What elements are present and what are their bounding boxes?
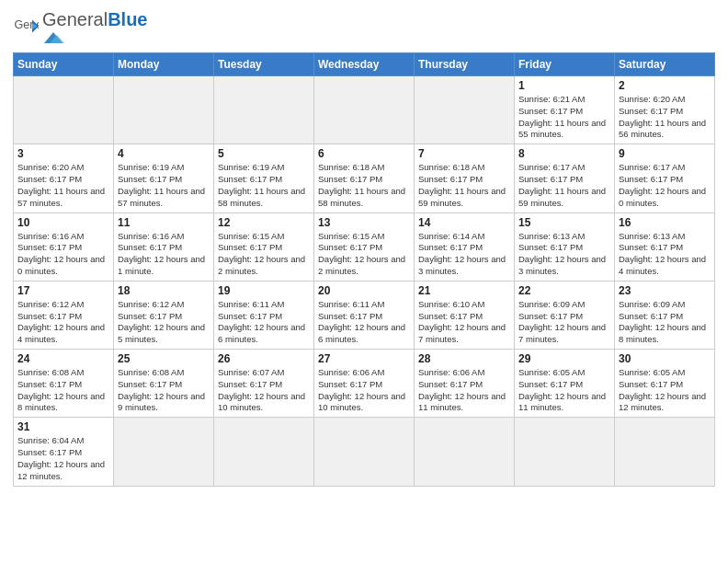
weekday-header-sunday: Sunday [14, 53, 114, 76]
day-number: 24 [17, 352, 109, 365]
day-number: 18 [118, 284, 210, 297]
day-number: 10 [17, 216, 109, 229]
calendar-cell: 19Sunrise: 6:11 AM Sunset: 6:17 PM Dayli… [214, 281, 314, 349]
calendar-cell [314, 418, 415, 486]
day-number: 26 [218, 352, 310, 365]
day-number: 5 [218, 147, 310, 160]
day-info: Sunrise: 6:11 AM Sunset: 6:17 PM Dayligh… [218, 299, 310, 346]
day-info: Sunrise: 6:16 AM Sunset: 6:17 PM Dayligh… [17, 231, 109, 278]
calendar-cell: 7Sunrise: 6:18 AM Sunset: 6:17 PM Daylig… [415, 144, 515, 213]
calendar-cell [415, 418, 515, 486]
calendar-cell: 6Sunrise: 6:18 AM Sunset: 6:17 PM Daylig… [314, 144, 415, 213]
calendar-cell [114, 418, 214, 486]
calendar-cell: 4Sunrise: 6:19 AM Sunset: 6:17 PM Daylig… [114, 144, 214, 213]
calendar-cell: 26Sunrise: 6:07 AM Sunset: 6:17 PM Dayli… [214, 350, 314, 418]
day-number: 30 [619, 352, 711, 365]
day-number: 15 [518, 216, 610, 229]
day-info: Sunrise: 6:08 AM Sunset: 6:17 PM Dayligh… [17, 367, 109, 414]
calendar-week-row: 10Sunrise: 6:16 AM Sunset: 6:17 PM Dayli… [14, 213, 715, 281]
day-number: 4 [118, 147, 210, 160]
day-info: Sunrise: 6:18 AM Sunset: 6:17 PM Dayligh… [318, 162, 410, 209]
calendar-cell: 13Sunrise: 6:15 AM Sunset: 6:17 PM Dayli… [314, 213, 415, 281]
calendar-week-row: 17Sunrise: 6:12 AM Sunset: 6:17 PM Dayli… [14, 281, 715, 349]
calendar-cell: 9Sunrise: 6:17 AM Sunset: 6:17 PM Daylig… [615, 144, 715, 213]
weekday-header-wednesday: Wednesday [314, 53, 415, 76]
day-number: 8 [518, 147, 610, 160]
calendar-cell: 21Sunrise: 6:10 AM Sunset: 6:17 PM Dayli… [415, 281, 515, 349]
day-number: 13 [318, 216, 410, 229]
weekday-header-saturday: Saturday [615, 53, 715, 76]
day-info: Sunrise: 6:05 AM Sunset: 6:17 PM Dayligh… [518, 367, 610, 414]
day-info: Sunrise: 6:05 AM Sunset: 6:17 PM Dayligh… [619, 367, 711, 414]
day-number: 6 [318, 147, 410, 160]
logo: General GeneralBlue [13, 9, 148, 45]
day-info: Sunrise: 6:12 AM Sunset: 6:17 PM Dayligh… [118, 299, 210, 346]
calendar-cell: 11Sunrise: 6:16 AM Sunset: 6:17 PM Dayli… [114, 213, 214, 281]
day-info: Sunrise: 6:09 AM Sunset: 6:17 PM Dayligh… [518, 299, 610, 346]
logo-icon: General [13, 15, 39, 40]
day-info: Sunrise: 6:21 AM Sunset: 6:17 PM Dayligh… [518, 94, 610, 141]
day-info: Sunrise: 6:16 AM Sunset: 6:17 PM Dayligh… [118, 231, 210, 278]
calendar-week-row: 31Sunrise: 6:04 AM Sunset: 6:17 PM Dayli… [14, 418, 715, 486]
day-info: Sunrise: 6:13 AM Sunset: 6:17 PM Dayligh… [518, 231, 610, 278]
weekday-header-row: SundayMondayTuesdayWednesdayThursdayFrid… [14, 53, 715, 76]
calendar-cell [14, 76, 114, 144]
day-number: 21 [418, 284, 510, 297]
calendar-week-row: 24Sunrise: 6:08 AM Sunset: 6:17 PM Dayli… [14, 350, 715, 418]
calendar-cell [214, 76, 314, 144]
calendar-cell: 20Sunrise: 6:11 AM Sunset: 6:17 PM Dayli… [314, 281, 415, 349]
day-number: 2 [619, 79, 711, 92]
calendar-cell: 3Sunrise: 6:20 AM Sunset: 6:17 PM Daylig… [14, 144, 114, 213]
calendar-cell [515, 418, 615, 486]
day-info: Sunrise: 6:13 AM Sunset: 6:17 PM Dayligh… [619, 231, 711, 278]
day-info: Sunrise: 6:17 AM Sunset: 6:17 PM Dayligh… [619, 162, 711, 209]
day-number: 23 [619, 284, 711, 297]
calendar-cell: 22Sunrise: 6:09 AM Sunset: 6:17 PM Dayli… [515, 281, 615, 349]
weekday-header-thursday: Thursday [415, 53, 515, 76]
weekday-header-tuesday: Tuesday [214, 53, 314, 76]
day-number: 17 [17, 284, 109, 297]
calendar-cell: 10Sunrise: 6:16 AM Sunset: 6:17 PM Dayli… [14, 213, 114, 281]
day-number: 9 [619, 147, 711, 160]
day-number: 22 [518, 284, 610, 297]
day-number: 29 [518, 352, 610, 365]
weekday-header-friday: Friday [515, 53, 615, 76]
calendar-cell [214, 418, 314, 486]
calendar-cell: 25Sunrise: 6:08 AM Sunset: 6:17 PM Dayli… [114, 350, 214, 418]
logo-tagline-icon [42, 30, 116, 45]
calendar-cell: 23Sunrise: 6:09 AM Sunset: 6:17 PM Dayli… [615, 281, 715, 349]
day-info: Sunrise: 6:18 AM Sunset: 6:17 PM Dayligh… [418, 162, 510, 209]
calendar-cell: 14Sunrise: 6:14 AM Sunset: 6:17 PM Dayli… [415, 213, 515, 281]
calendar-week-row: 1Sunrise: 6:21 AM Sunset: 6:17 PM Daylig… [14, 76, 715, 144]
calendar-cell: 5Sunrise: 6:19 AM Sunset: 6:17 PM Daylig… [214, 144, 314, 213]
day-number: 14 [418, 216, 510, 229]
day-info: Sunrise: 6:19 AM Sunset: 6:17 PM Dayligh… [218, 162, 310, 209]
calendar-cell: 30Sunrise: 6:05 AM Sunset: 6:17 PM Dayli… [615, 350, 715, 418]
day-info: Sunrise: 6:12 AM Sunset: 6:17 PM Dayligh… [17, 299, 109, 346]
calendar-week-row: 3Sunrise: 6:20 AM Sunset: 6:17 PM Daylig… [14, 144, 715, 213]
calendar-cell: 18Sunrise: 6:12 AM Sunset: 6:17 PM Dayli… [114, 281, 214, 349]
day-info: Sunrise: 6:14 AM Sunset: 6:17 PM Dayligh… [418, 231, 510, 278]
day-number: 16 [619, 216, 711, 229]
day-info: Sunrise: 6:08 AM Sunset: 6:17 PM Dayligh… [118, 367, 210, 414]
day-number: 31 [17, 420, 109, 433]
calendar-cell: 31Sunrise: 6:04 AM Sunset: 6:17 PM Dayli… [14, 418, 114, 486]
day-number: 7 [418, 147, 510, 160]
day-number: 25 [118, 352, 210, 365]
day-number: 20 [318, 284, 410, 297]
calendar-cell [114, 76, 214, 144]
logo-text: GeneralBlue [42, 9, 148, 30]
calendar-cell: 1Sunrise: 6:21 AM Sunset: 6:17 PM Daylig… [515, 76, 615, 144]
calendar-cell: 2Sunrise: 6:20 AM Sunset: 6:17 PM Daylig… [615, 76, 715, 144]
day-info: Sunrise: 6:15 AM Sunset: 6:17 PM Dayligh… [318, 231, 410, 278]
day-info: Sunrise: 6:11 AM Sunset: 6:17 PM Dayligh… [318, 299, 410, 346]
page: General GeneralBlue SundayMondayTuesday [0, 0, 728, 563]
day-number: 27 [318, 352, 410, 365]
calendar-cell: 17Sunrise: 6:12 AM Sunset: 6:17 PM Dayli… [14, 281, 114, 349]
day-info: Sunrise: 6:19 AM Sunset: 6:17 PM Dayligh… [118, 162, 210, 209]
calendar-cell [314, 76, 415, 144]
day-number: 28 [418, 352, 510, 365]
calendar-cell: 8Sunrise: 6:17 AM Sunset: 6:17 PM Daylig… [515, 144, 615, 213]
day-info: Sunrise: 6:20 AM Sunset: 6:17 PM Dayligh… [619, 94, 711, 141]
calendar-cell: 15Sunrise: 6:13 AM Sunset: 6:17 PM Dayli… [515, 213, 615, 281]
